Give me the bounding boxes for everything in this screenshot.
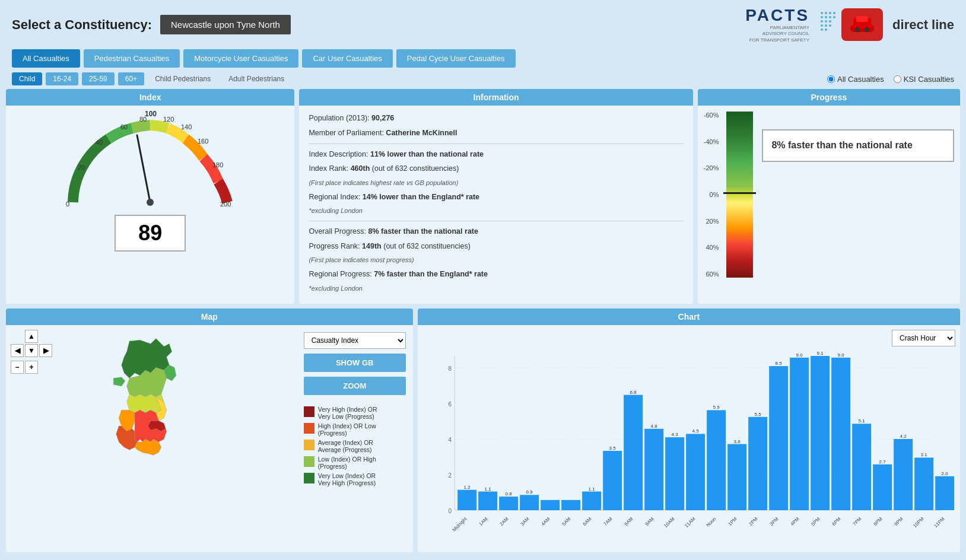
svg-text:2AM: 2AM <box>498 516 509 527</box>
map-left-btn[interactable]: ◀ <box>11 344 24 357</box>
svg-text:0.9: 0.9 <box>526 489 533 495</box>
svg-text:10PM: 10PM <box>912 516 924 529</box>
regional-note: *excluding London <box>309 206 683 216</box>
index-desc-row: Index Description: 11% lower than the na… <box>309 149 683 160</box>
progress-scale-labels: -60% -40% -20% 0% 20% 40% 60% <box>704 112 722 278</box>
svg-text:5.5: 5.5 <box>754 412 761 417</box>
regional-progress-note: *excluding London <box>309 284 683 294</box>
svg-rect-36 <box>723 192 756 194</box>
map-type-select[interactable]: Casualty Index Progress KSI Index KSI Pr… <box>304 332 406 349</box>
progress-rank-suffix: (out of 632 constituencies) <box>383 242 471 250</box>
regional-index-row: Regional Index: 14% lower than the Engla… <box>309 192 683 203</box>
svg-point-9 <box>825 20 827 23</box>
age-60-btn[interactable]: 60+ <box>118 72 144 85</box>
bar-8PM <box>873 464 892 510</box>
nav-pedestrian[interactable]: Pedestrian Casualties <box>84 49 180 68</box>
regional-progress-row: Regional Progress: 7% faster than the En… <box>309 269 683 280</box>
age-16-24-btn[interactable]: 16-24 <box>46 72 78 85</box>
svg-text:5AM: 5AM <box>561 516 571 527</box>
svg-text:8: 8 <box>448 365 452 372</box>
header: Select a Constituency: Newcastle upon Ty… <box>0 0 966 47</box>
svg-point-3 <box>833 12 835 14</box>
ksi-casualties-radio[interactable]: KSI Casualties <box>894 75 954 84</box>
progress-rank-note: (First place indicates most progress) <box>309 255 683 265</box>
svg-text:9AM: 9AM <box>644 516 654 527</box>
bar-10PM <box>914 458 933 511</box>
svg-text:9.0: 9.0 <box>837 352 844 358</box>
select-label: Select a Constituency: <box>12 17 152 33</box>
bar-7PM <box>852 424 871 510</box>
adult-pedestrians-btn[interactable]: Adult Pedestrians <box>221 72 291 85</box>
progress-panel: Progress -60% -40% -20% 0% 20% 40% 60% <box>698 89 960 304</box>
legend-color-average <box>304 440 314 450</box>
svg-text:100: 100 <box>145 110 157 118</box>
svg-text:10AM: 10AM <box>663 516 675 529</box>
show-gb-btn[interactable]: SHOW GB <box>304 354 406 372</box>
child-pedestrians-btn[interactable]: Child Pedestrians <box>148 72 218 85</box>
logos: PACTS PARLIAMENTARYADVISORY COUNCILFOR T… <box>745 6 954 43</box>
svg-text:0: 0 <box>448 508 452 514</box>
svg-text:6: 6 <box>448 401 452 408</box>
map-zoom-in-btn[interactable]: + <box>25 361 38 374</box>
map-zoom-out-btn[interactable]: − <box>11 361 24 374</box>
bar-3PM <box>769 366 788 510</box>
svg-point-10 <box>829 20 831 23</box>
svg-text:5.9: 5.9 <box>713 405 720 411</box>
bar-4PM <box>790 358 809 510</box>
bar-1AM <box>478 492 497 510</box>
svg-text:6AM: 6AM <box>581 516 592 527</box>
bar-7AM <box>603 451 622 510</box>
svg-text:11AM: 11AM <box>684 516 696 529</box>
map-down-btn[interactable]: ▼ <box>25 344 38 357</box>
svg-text:9PM: 9PM <box>893 516 904 527</box>
svg-text:120: 120 <box>163 116 174 123</box>
svg-text:3.5: 3.5 <box>609 446 616 451</box>
constituency-button[interactable]: Newcastle upon Tyne North <box>160 15 291 34</box>
svg-text:7PM: 7PM <box>851 516 862 527</box>
svg-text:2PM: 2PM <box>748 516 758 527</box>
bar-5PM <box>811 356 830 510</box>
svg-text:Midnight: Midnight <box>452 516 468 533</box>
index-panel-header: Index <box>6 89 294 106</box>
legend-very-low: Very Low (Index) ORVery High (Progress) <box>304 472 406 486</box>
svg-text:60: 60 <box>120 123 128 131</box>
nav-motorcycle[interactable]: Motorcycle User Casualties <box>183 49 298 68</box>
bar-Noon <box>707 411 726 511</box>
svg-text:200: 200 <box>220 201 231 208</box>
svg-text:5PM: 5PM <box>810 516 821 527</box>
svg-point-19 <box>855 27 860 32</box>
gauge-svg: 0 20 40 60 80 100 120 140 160 180 <box>61 110 239 211</box>
bar-5AM <box>561 500 580 510</box>
overall-progress-row: Overall Progress: 8% faster than the nat… <box>309 226 683 237</box>
mp-value: Catherine McKinnell <box>386 129 457 137</box>
age-25-59-btn[interactable]: 25-59 <box>82 72 115 85</box>
bar-10AM <box>665 437 684 510</box>
svg-point-12 <box>825 24 827 27</box>
progress-gradient-bar <box>723 112 756 278</box>
age-child-btn[interactable]: Child <box>12 72 42 85</box>
svg-rect-35 <box>726 112 753 278</box>
map-right-btn[interactable]: ▶ <box>39 344 52 357</box>
svg-point-1 <box>825 12 827 14</box>
regional-progress-value: 7% faster than the England* rate <box>374 270 488 278</box>
progress-rank-row: Progress Rank: 149th (out of 632 constit… <box>309 241 683 252</box>
nav-pedal[interactable]: Pedal Cycle User Casualties <box>396 49 516 68</box>
sub-nav: Child 16-24 25-59 60+ Child Pedestrians … <box>0 70 966 89</box>
svg-point-34 <box>147 199 154 206</box>
bar-chart-svg: 1.21.10.80.91.13.56.84.84.34.55.93.95.58… <box>422 350 955 546</box>
nav-all-casualties[interactable]: All Casualties <box>12 49 80 68</box>
chart-type-select[interactable]: Crash Hour Day of Week Month Year <box>892 330 955 346</box>
casualties-radio-group: All Casualties KSI Casualties <box>827 75 954 84</box>
map-up-btn[interactable]: ▲ <box>25 330 38 343</box>
svg-text:8AM: 8AM <box>623 516 634 527</box>
svg-text:180: 180 <box>212 161 223 168</box>
index-panel: Index <box>6 89 294 304</box>
svg-point-11 <box>821 24 823 27</box>
svg-point-13 <box>829 24 831 27</box>
bar-1PM <box>727 444 746 510</box>
nav-car[interactable]: Car User Casualties <box>302 49 392 68</box>
zoom-btn[interactable]: ZOOM <box>304 377 406 395</box>
all-casualties-radio[interactable]: All Casualties <box>827 75 884 84</box>
population-value: 90,276 <box>371 114 394 122</box>
svg-text:3AM: 3AM <box>519 516 530 527</box>
